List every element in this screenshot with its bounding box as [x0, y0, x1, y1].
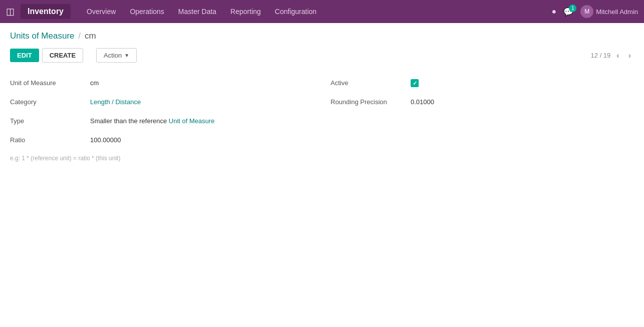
breadcrumb: Units of Measure / cm — [10, 31, 634, 41]
grid-icon[interactable]: ◫ — [6, 6, 15, 17]
page-content: Units of Measure / cm EDIT CREATE Action… — [0, 23, 644, 175]
field-category-value[interactable]: Length / Distance — [90, 97, 141, 106]
field-active-label: Active — [331, 78, 411, 87]
nav-reporting[interactable]: Reporting — [224, 5, 267, 19]
create-button[interactable]: CREATE — [42, 48, 83, 63]
chevron-down-icon: ▼ — [124, 53, 129, 58]
pagination-text: 12 / 19 — [591, 52, 611, 59]
nav-overview[interactable]: Overview — [81, 5, 122, 19]
field-type-value: Smaller than the reference Unit of Measu… — [90, 116, 215, 125]
topbar-right: ● 💬 1 M Mitchell Admin — [552, 5, 638, 18]
user-menu[interactable]: M Mitchell Admin — [580, 5, 638, 18]
field-active: Active — [331, 78, 621, 92]
field-category-label: Category — [10, 97, 90, 106]
form-section: Unit of Measure cm Category Length / Dis… — [10, 73, 634, 167]
breadcrumb-parent[interactable]: Units of Measure — [10, 31, 75, 41]
field-ratio-label: Ratio — [10, 135, 90, 144]
form-right: Active Rounding Precision 0.01000 — [331, 78, 621, 162]
clock-icon[interactable]: ● — [552, 7, 557, 16]
breadcrumb-separator: / — [79, 32, 81, 41]
topbar: ◫ Inventory Overview Operations Master D… — [0, 0, 644, 23]
main-nav: Overview Operations Master Data Reportin… — [81, 5, 548, 19]
field-unit-of-measure: Unit of Measure cm — [10, 78, 300, 92]
nav-configuration[interactable]: Configuration — [269, 5, 323, 19]
chat-badge: 1 — [569, 5, 576, 12]
nav-operations[interactable]: Operations — [124, 5, 170, 19]
edit-button[interactable]: EDIT — [10, 49, 39, 62]
app-title[interactable]: Inventory — [21, 4, 71, 19]
type-prefix: Smaller than the reference — [90, 117, 169, 125]
field-type-label: Type — [10, 116, 90, 125]
action-button[interactable]: Action ▼ — [96, 48, 137, 63]
breadcrumb-current: cm — [85, 31, 96, 41]
field-rounding-precision-label: Rounding Precision — [331, 97, 411, 106]
pagination: 12 / 19 ‹ › — [591, 50, 634, 61]
nav-master-data[interactable]: Master Data — [172, 5, 222, 19]
form-hint: e.g: 1 * (reference unit) = ratio * (thi… — [10, 154, 300, 162]
field-ratio-value: 100.00000 — [90, 135, 121, 144]
avatar: M — [580, 5, 593, 18]
user-name: Mitchell Admin — [596, 8, 638, 16]
active-checkbox[interactable] — [411, 79, 419, 87]
field-category: Category Length / Distance — [10, 97, 300, 111]
action-bar: EDIT CREATE Action ▼ 12 / 19 ‹ › — [10, 48, 634, 63]
action-button-label: Action — [104, 52, 122, 59]
pagination-prev[interactable]: ‹ — [613, 50, 622, 61]
field-rounding-precision-value: 0.01000 — [411, 97, 434, 106]
pagination-next[interactable]: › — [625, 50, 634, 61]
field-rounding-precision: Rounding Precision 0.01000 — [331, 97, 621, 111]
field-ratio: Ratio 100.00000 — [10, 135, 300, 149]
type-link[interactable]: Unit of Measure — [169, 117, 215, 125]
field-type: Type Smaller than the reference Unit of … — [10, 116, 300, 130]
field-unit-of-measure-label: Unit of Measure — [10, 78, 90, 87]
form-left: Unit of Measure cm Category Length / Dis… — [10, 78, 300, 162]
chat-button[interactable]: 💬 1 — [563, 7, 573, 17]
field-unit-of-measure-value: cm — [90, 78, 99, 87]
